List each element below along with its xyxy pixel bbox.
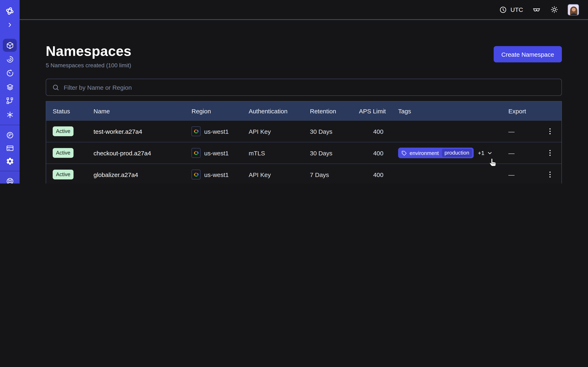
main-content: Namespaces 5 Namespaces created (100 lim… [20, 20, 588, 184]
status-badge: Active [53, 148, 74, 158]
table-row: Active test-worker.a27a4 us-west1 API Ke… [46, 120, 562, 142]
region-label: us-west1 [204, 128, 229, 135]
timer-icon [6, 69, 14, 77]
sidebar-item-namespaces[interactable] [0, 38, 20, 52]
tag-chip[interactable]: environment production [398, 148, 474, 158]
credit-card-icon [6, 144, 14, 152]
retention-value: 7 Days [303, 171, 352, 178]
table-row: Active checkout-prod.a27a4 us-west1 mTLS… [46, 142, 562, 164]
gcp-icon [191, 126, 200, 136]
col-tags: Tags [392, 108, 502, 114]
col-export: Export [502, 108, 539, 114]
sidebar-item-usage[interactable] [0, 128, 20, 142]
spiral-icon [6, 55, 14, 63]
namespace-link[interactable]: globalizer.a27a4 [94, 171, 138, 178]
temporal-logo[interactable] [0, 4, 20, 18]
layers-icon [6, 83, 14, 91]
row-menu-button[interactable] [545, 147, 555, 159]
status-badge: Active [53, 126, 74, 136]
tag-value: production [442, 149, 472, 157]
page-title: Namespaces [46, 43, 562, 59]
kebab-icon [547, 149, 553, 157]
tags-cell: environment production +1 [392, 148, 502, 158]
export-value: — [502, 150, 539, 156]
timezone-selector[interactable]: UTC [499, 6, 523, 14]
sidebar-item-billing[interactable] [0, 142, 20, 155]
auth-value: API Key [242, 128, 303, 135]
export-value: — [502, 171, 539, 178]
branch-icon [6, 97, 14, 105]
namespaces-table: Status Name Region Authentication Retent… [46, 101, 562, 184]
more-tags-count: +1 [478, 150, 484, 156]
namespace-count: 5 Namespaces created (100 limit) [46, 62, 562, 68]
region-label: us-west1 [204, 171, 229, 178]
sidebar-item-support[interactable] [0, 175, 20, 184]
sidebar-item-monitoring[interactable] [0, 52, 20, 66]
user-avatar[interactable] [568, 4, 579, 15]
auth-value: mTLS [242, 150, 303, 156]
status-badge: Active [53, 170, 74, 179]
col-region: Region [185, 108, 242, 114]
search-icon [52, 83, 60, 91]
col-retention: Retention [303, 108, 352, 114]
namespace-link[interactable]: checkout-prod.a27a4 [94, 150, 151, 156]
create-namespace-button[interactable]: Create Namespace [494, 46, 562, 62]
sidebar-item-nexus[interactable] [0, 94, 20, 108]
table-header-row: Status Name Region Authentication Retent… [46, 101, 562, 120]
col-aps-limit: APS Limit [352, 108, 392, 114]
chevron-down-icon [487, 150, 493, 156]
filter-box [46, 79, 562, 96]
life-ring-icon [6, 177, 14, 184]
retention-value: 30 Days [303, 128, 352, 135]
avatar-image [568, 4, 579, 15]
auth-value: API Key [242, 171, 303, 178]
sidebar: 2.35.1 [0, 0, 20, 184]
sidebar-item-schedules[interactable] [0, 66, 20, 80]
region-label: us-west1 [204, 150, 229, 156]
col-authentication: Authentication [242, 108, 303, 114]
clock-icon [499, 6, 507, 14]
col-name: Name [87, 108, 185, 114]
export-value: — [502, 128, 539, 135]
app-root: 2.35.1 UTC [0, 0, 588, 184]
aps-value: 400 [352, 150, 392, 156]
labs-glasses-button[interactable] [532, 5, 541, 14]
tag-icon [401, 150, 407, 156]
topbar: UTC [20, 0, 588, 20]
sidebar-item-integrations[interactable] [0, 108, 20, 122]
retention-value: 30 Days [303, 150, 352, 156]
glasses-icon [532, 5, 541, 14]
row-menu-button[interactable] [545, 169, 555, 180]
cube-icon [6, 41, 14, 50]
timezone-label: UTC [510, 6, 523, 13]
temporal-logo-icon [5, 6, 15, 16]
sidebar-divider [0, 125, 20, 125]
kebab-icon [547, 170, 553, 179]
tag-key: environment [410, 150, 439, 156]
table-row: Active globalizer.a27a4 us-west1 API Key… [46, 164, 562, 184]
sun-icon [550, 5, 559, 14]
gcp-icon [191, 170, 200, 179]
sidebar-divider [0, 171, 20, 171]
filter-input[interactable] [64, 84, 556, 91]
col-status: Status [46, 108, 87, 114]
gear-icon [6, 157, 14, 165]
collapse-sidebar-button[interactable] [0, 18, 20, 32]
sidebar-item-settings[interactable] [0, 155, 20, 167]
row-menu-button[interactable] [545, 125, 555, 137]
aps-value: 400 [352, 128, 392, 135]
gcp-icon [191, 148, 200, 158]
sidebar-item-deployments[interactable] [0, 80, 20, 94]
gauge-icon [6, 131, 14, 139]
chevron-right-icon [6, 21, 13, 29]
more-tags-toggle[interactable]: +1 [478, 150, 493, 156]
aps-value: 400 [352, 171, 392, 178]
namespace-link[interactable]: test-worker.a27a4 [94, 128, 142, 135]
asterisk-icon [6, 110, 14, 119]
kebab-icon [547, 127, 553, 135]
theme-toggle-button[interactable] [550, 5, 559, 14]
